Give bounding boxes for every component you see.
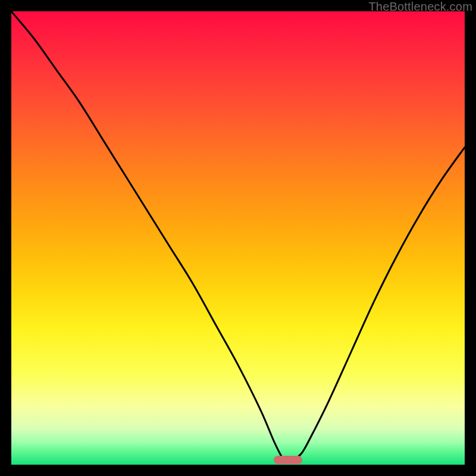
bottleneck-curve (11, 11, 465, 461)
chart-frame: TheBottleneck.com (0, 0, 476, 476)
curve-layer (11, 11, 465, 465)
plot-area (11, 11, 465, 465)
watermark-text: TheBottleneck.com (368, 0, 472, 14)
minimum-marker (274, 456, 302, 464)
